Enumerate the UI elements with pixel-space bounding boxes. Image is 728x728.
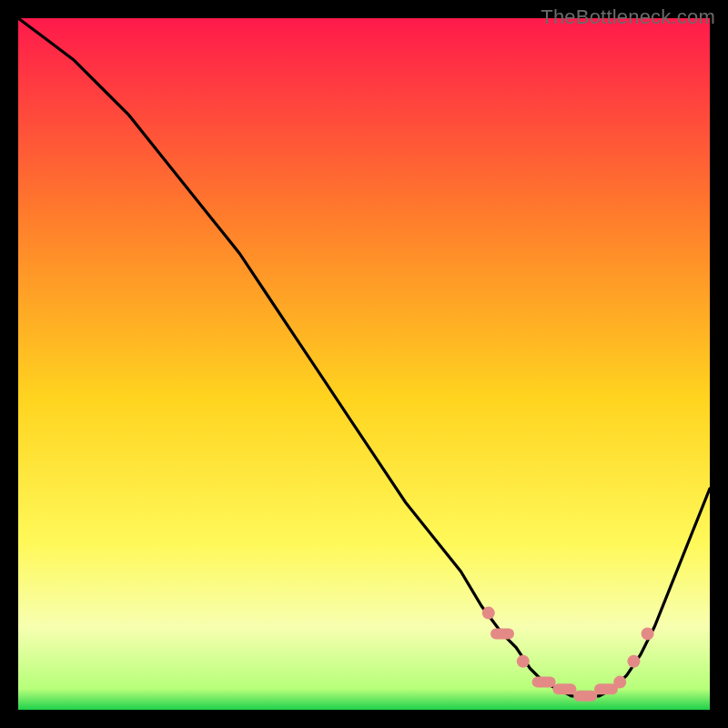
chart-svg: [18, 18, 710, 710]
marker-2: [517, 655, 530, 668]
watermark-text: TheBottleneck.com: [541, 5, 715, 29]
marker-1: [490, 628, 514, 639]
gradient-fill: [18, 18, 710, 710]
marker-4: [552, 683, 576, 694]
marker-3: [532, 677, 556, 688]
stage: TheBottleneck.com: [0, 0, 728, 728]
marker-0: [482, 607, 495, 620]
marker-5: [573, 691, 597, 702]
marker-9: [642, 627, 654, 640]
marker-8: [627, 655, 640, 668]
marker-7: [613, 676, 626, 689]
plot-area: [18, 18, 710, 710]
